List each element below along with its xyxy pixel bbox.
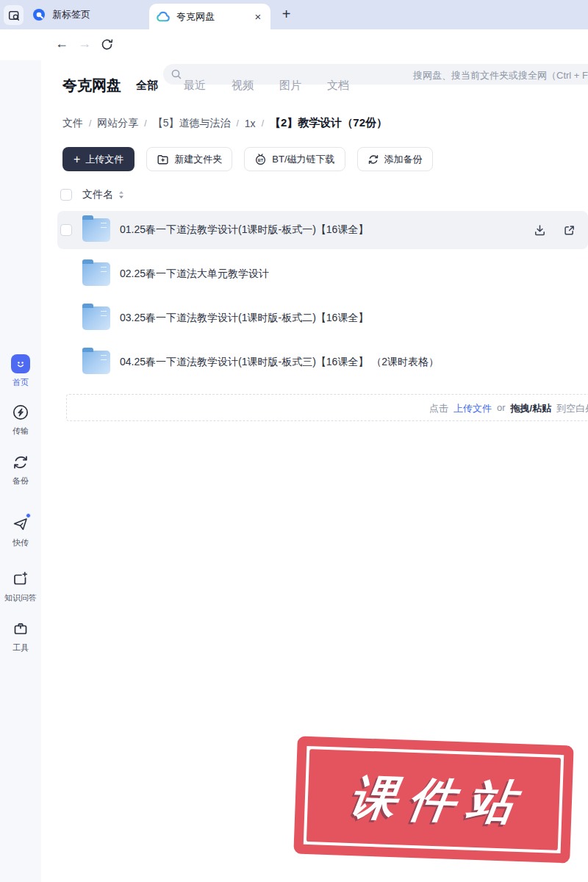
file-name: 01.25春一下道法教学设计(1课时版-板式一)【16课全】 bbox=[120, 223, 533, 237]
breadcrumb-separator: / bbox=[144, 118, 146, 129]
browser-tab-quark-drive[interactable]: 夸克网盘 × bbox=[149, 4, 270, 29]
tab-document[interactable]: 文档 bbox=[327, 79, 349, 93]
hint-or: or bbox=[497, 402, 506, 415]
new-tab-button[interactable]: + bbox=[277, 5, 295, 24]
file-name: 03.25春一下道法教学设计(1课时版-板式二)【16课全】 bbox=[120, 312, 588, 325]
upload-file-label: 上传文件 bbox=[85, 153, 123, 166]
tab-video[interactable]: 视频 bbox=[232, 79, 254, 93]
backup-icon bbox=[12, 453, 29, 472]
tab-label: 新标签页 bbox=[52, 8, 90, 21]
file-row[interactable]: 04.25春一下道法教学设计(1课时版-板式三)【16课全】 （2课时表格） bbox=[57, 343, 588, 381]
tab-search-icon bbox=[7, 9, 21, 22]
backup-refresh-icon bbox=[368, 154, 379, 165]
browser-tab-newtab[interactable]: 新标签页 bbox=[24, 0, 99, 29]
breadcrumb-separator: / bbox=[236, 118, 238, 129]
breadcrumb-segment[interactable]: 1x bbox=[245, 118, 256, 129]
stamp-text: 课件站 bbox=[337, 764, 531, 834]
sidebar-item-knowledge-qa[interactable]: 知识问答 bbox=[0, 570, 41, 603]
new-folder-button[interactable]: 新建文件夹 bbox=[146, 147, 232, 171]
download-icon[interactable] bbox=[533, 223, 547, 237]
quark-drive-window: 新标签页 夸克网盘 × + ← → bbox=[0, 0, 588, 882]
sidebar-item-label: 传输 bbox=[12, 426, 29, 437]
filename-column-header: 文件名 bbox=[82, 188, 113, 201]
upload-file-button[interactable]: + 上传文件 bbox=[62, 147, 135, 171]
sidebar-item-tools[interactable]: 工具 bbox=[0, 620, 41, 653]
sidebar-item-label: 首页 bbox=[12, 377, 29, 388]
tab-search-button[interactable] bbox=[4, 5, 24, 25]
tab-image[interactable]: 图片 bbox=[279, 79, 301, 93]
search-placeholder: 搜网盘、搜当前文件夹或搜全网（Ctrl + F） bbox=[413, 69, 588, 82]
hint-drag: 拖拽/粘贴 bbox=[511, 402, 552, 415]
breadcrumb-separator: / bbox=[89, 118, 91, 129]
sidebar-item-label: 快传 bbox=[12, 537, 29, 548]
quark-logo-icon bbox=[32, 8, 46, 21]
browser-nav-bar: ← → 搜网盘、搜当前文件夹或搜全网（Ctrl + F） bbox=[0, 29, 588, 60]
refresh-icon[interactable] bbox=[100, 37, 114, 54]
new-folder-icon bbox=[157, 154, 169, 165]
breadcrumb-current: 【2】教学设计（72份） bbox=[270, 116, 387, 130]
file-table-header: 文件名 bbox=[60, 188, 125, 201]
file-row[interactable]: 03.25春一下道法教学设计(1课时版-板式二)【16课全】 bbox=[57, 299, 588, 337]
filter-tabs: 全部 最近 视频 图片 文档 bbox=[136, 79, 349, 93]
file-row[interactable]: 02.25春一下道法大单元教学设计 bbox=[57, 255, 588, 293]
sidebar-item-label: 工具 bbox=[12, 642, 29, 653]
open-external-icon[interactable] bbox=[562, 223, 576, 237]
sidebar-item-label: 知识问答 bbox=[4, 592, 37, 603]
upload-link[interactable]: 上传文件 bbox=[453, 402, 492, 415]
folder-icon bbox=[82, 351, 110, 374]
file-name: 04.25春一下道法教学设计(1课时版-板式三)【16课全】 （2课时表格） bbox=[120, 356, 588, 369]
breadcrumb-segment[interactable]: 文件 bbox=[62, 117, 83, 130]
tab-all[interactable]: 全部 bbox=[136, 79, 158, 93]
transfer-icon bbox=[12, 403, 29, 422]
svg-text:BT: BT bbox=[258, 158, 264, 162]
add-backup-label: 添加备份 bbox=[384, 153, 423, 166]
hint-suffix: 到空白处 bbox=[556, 402, 588, 415]
new-folder-label: 新建文件夹 bbox=[174, 153, 222, 166]
select-all-checkbox[interactable] bbox=[60, 189, 72, 201]
quark-drive-cloud-icon bbox=[156, 10, 171, 23]
folder-icon bbox=[82, 306, 110, 330]
quick-send-icon bbox=[12, 514, 29, 534]
sidebar-item-backup[interactable]: 备份 bbox=[0, 453, 41, 487]
sidebar-item-home[interactable]: 首页 bbox=[0, 354, 41, 388]
bt-download-label: BT/磁力链下载 bbox=[272, 153, 334, 166]
add-backup-button[interactable]: 添加备份 bbox=[357, 147, 433, 171]
breadcrumb-segment[interactable]: 网站分享 bbox=[97, 117, 138, 130]
file-row[interactable]: 01.25春一下道法教学设计(1课时版-板式一)【16课全】 bbox=[57, 211, 588, 249]
watermark-stamp: 课件站 bbox=[293, 736, 573, 863]
sidebar-item-transfer[interactable]: 传输 bbox=[0, 403, 41, 437]
notification-dot bbox=[26, 513, 31, 518]
home-icon bbox=[11, 354, 30, 373]
bt-download-icon: BT bbox=[254, 153, 267, 165]
tab-label: 夸克网盘 bbox=[176, 10, 246, 24]
back-icon[interactable]: ← bbox=[54, 36, 70, 51]
tools-icon bbox=[12, 620, 29, 639]
sidebar: 首页 传输 备份 bbox=[0, 60, 41, 882]
toolbar: + 上传文件 新建文件夹 BT BT/磁力链下载 添加备份 bbox=[62, 147, 433, 171]
breadcrumb-segment[interactable]: 【5】道德与法治 bbox=[153, 117, 231, 130]
breadcrumb-separator: / bbox=[262, 118, 264, 129]
plus-icon: + bbox=[74, 154, 80, 165]
file-name: 02.25春一下道法大单元教学设计 bbox=[120, 268, 588, 281]
upload-drop-zone[interactable]: 点击 上传文件 or 拖拽/粘贴 到空白处 bbox=[66, 394, 588, 421]
browser-tab-bar: 新标签页 夸克网盘 × + bbox=[0, 0, 588, 29]
upload-hint-text: 点击 上传文件 or 拖拽/粘贴 到空白处 bbox=[429, 402, 588, 415]
sidebar-item-label: 备份 bbox=[12, 476, 29, 487]
row-actions bbox=[533, 223, 576, 237]
bt-magnet-download-button[interactable]: BT BT/磁力链下载 bbox=[244, 147, 345, 171]
page-title: 夸克网盘 bbox=[62, 76, 121, 96]
knowledge-qa-icon bbox=[12, 570, 29, 589]
folder-icon bbox=[82, 218, 110, 242]
forward-icon: → bbox=[76, 36, 93, 51]
row-checkbox[interactable] bbox=[60, 224, 72, 236]
folder-icon bbox=[82, 262, 110, 286]
close-tab-icon[interactable]: × bbox=[252, 11, 264, 23]
breadcrumb: 文件 / 网站分享 / 【5】道德与法治 / 1x / 【2】教学设计（72份） bbox=[62, 116, 387, 130]
sort-icon[interactable] bbox=[118, 190, 125, 199]
tab-recent[interactable]: 最近 bbox=[184, 79, 206, 93]
stamp-fill: 课件站 bbox=[306, 749, 561, 850]
hint-prefix: 点击 bbox=[429, 402, 448, 415]
sidebar-item-quick-send[interactable]: 快传 bbox=[0, 514, 41, 548]
